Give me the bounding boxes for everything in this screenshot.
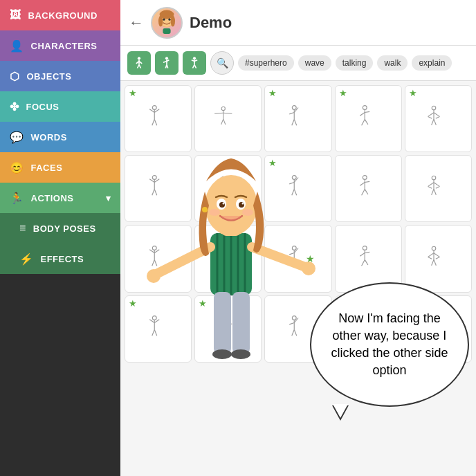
svg-line-31 <box>154 120 157 126</box>
pose-card[interactable]: ★ <box>335 85 402 152</box>
toolbar: 🔍 #superhero wave talking walk explain <box>120 46 476 81</box>
svg-point-128 <box>221 317 225 320</box>
sidebar-item-focus[interactable]: ✤ FOCUS <box>0 91 120 122</box>
back-button[interactable]: ← <box>129 14 144 32</box>
favorite-star: ★ <box>129 88 137 98</box>
pose-card[interactable]: ★ <box>125 295 192 363</box>
svg-line-46 <box>360 113 365 116</box>
pose-card[interactable] <box>335 155 402 222</box>
pose-figure <box>356 246 381 273</box>
sidebar-label-words: WORDS <box>31 132 67 143</box>
chevron-down-icon: ▾ <box>106 193 111 203</box>
svg-point-108 <box>363 246 367 250</box>
svg-line-132 <box>221 329 223 335</box>
svg-point-134 <box>293 315 297 320</box>
svg-line-42 <box>292 120 295 126</box>
svg-line-75 <box>295 190 298 196</box>
pose-card[interactable] <box>405 225 472 292</box>
sidebar-item-effects[interactable]: ⚡ EFFECTS <box>0 244 120 274</box>
svg-line-80 <box>361 190 365 196</box>
tag-talking[interactable]: talking <box>336 55 374 71</box>
pose-card[interactable] <box>194 155 262 222</box>
sidebar-label-objects: OBJECTS <box>27 71 72 82</box>
svg-line-67 <box>223 183 232 183</box>
pose-card[interactable]: ★ <box>264 155 331 222</box>
pose-card[interactable]: ★ <box>194 295 262 363</box>
svg-line-139 <box>295 329 298 336</box>
svg-line-130 <box>214 323 223 324</box>
svg-point-5 <box>163 18 165 20</box>
pose-grid-container[interactable]: ★ ★ ★ ★ <box>120 81 476 476</box>
svg-point-82 <box>432 176 437 181</box>
svg-line-72 <box>290 183 295 184</box>
svg-point-38 <box>293 106 297 110</box>
svg-line-131 <box>223 323 232 324</box>
svg-point-26 <box>152 106 156 110</box>
pose-card[interactable]: ★ <box>264 85 331 152</box>
svg-line-117 <box>428 257 432 259</box>
pose-back-button[interactable] <box>183 51 206 75</box>
sidebar-item-objects[interactable]: ⬡ OBJECTS <box>0 61 120 91</box>
sidebar-label-body-poses: BODY POSES <box>33 223 96 234</box>
svg-line-62 <box>152 190 155 196</box>
image-icon: 🖼 <box>10 9 21 21</box>
sidebar-item-body-poses[interactable]: ≡ BODY POSES <box>0 213 120 244</box>
svg-line-53 <box>428 116 432 118</box>
sidebar: 🖼 BACKGROUND 👤 CHARACTERS ⬡ OBJECTS ✤ FO… <box>0 0 120 476</box>
pose-card[interactable] <box>125 225 192 292</box>
pose-card[interactable] <box>125 155 192 222</box>
svg-point-8 <box>138 57 140 60</box>
pose-figure <box>356 175 381 202</box>
pose-card[interactable]: ★ <box>125 85 192 152</box>
svg-line-113 <box>365 259 368 265</box>
pose-figure <box>356 105 381 132</box>
svg-line-43 <box>295 120 298 126</box>
svg-line-19 <box>167 65 168 68</box>
pose-card[interactable] <box>405 155 472 222</box>
pose-figure <box>212 175 244 202</box>
sidebar-item-actions[interactable]: 🏃 ACTIONS ▾ <box>0 183 120 213</box>
sidebar-item-characters[interactable]: 👤 CHARACTERS <box>0 30 120 61</box>
svg-line-107 <box>295 259 298 266</box>
pose-card[interactable] <box>264 225 331 292</box>
svg-line-104 <box>290 253 295 254</box>
svg-line-118 <box>434 253 439 257</box>
tag-walk[interactable]: walk <box>377 55 408 71</box>
main-content: ← Demo <box>120 0 476 476</box>
svg-point-44 <box>363 106 367 110</box>
sidebar-item-background[interactable]: 🖼 BACKGROUND <box>0 0 120 30</box>
avatar <box>151 7 183 39</box>
tag-explain[interactable]: explain <box>412 55 452 71</box>
svg-point-70 <box>293 176 297 180</box>
svg-line-66 <box>214 183 223 183</box>
search-button[interactable]: 🔍 <box>210 51 234 75</box>
svg-line-47 <box>365 111 369 112</box>
svg-line-37 <box>223 119 226 125</box>
svg-line-55 <box>436 116 440 118</box>
svg-line-112 <box>361 259 365 266</box>
sidebar-label-effects: EFFECTS <box>41 254 84 264</box>
svg-point-90 <box>152 246 156 250</box>
svg-point-76 <box>363 176 367 180</box>
pose-figure <box>286 105 310 132</box>
sidebar-item-words[interactable]: 💬 WORDS <box>0 122 120 152</box>
character-icon: 👤 <box>10 39 24 53</box>
svg-point-114 <box>432 246 437 250</box>
effects-icon: ⚡ <box>19 253 34 266</box>
pose-card[interactable] <box>194 85 262 152</box>
pose-card[interactable]: ★ <box>194 225 262 292</box>
pose-figure <box>212 105 244 132</box>
svg-line-54 <box>434 113 439 117</box>
favorite-star: ★ <box>268 88 277 98</box>
svg-point-102 <box>293 246 297 250</box>
pose-figure <box>424 105 452 132</box>
header: ← Demo <box>120 0 476 46</box>
tag-superhero[interactable]: #superhero <box>238 55 294 71</box>
pose-card[interactable]: ★ <box>405 85 472 152</box>
pose-figure <box>286 175 310 202</box>
svg-line-99 <box>223 253 232 254</box>
tag-wave[interactable]: wave <box>298 55 331 71</box>
pose-front-button[interactable] <box>127 51 151 75</box>
pose-side-button[interactable] <box>155 51 178 75</box>
sidebar-item-faces[interactable]: 😊 FACES <box>0 152 120 183</box>
